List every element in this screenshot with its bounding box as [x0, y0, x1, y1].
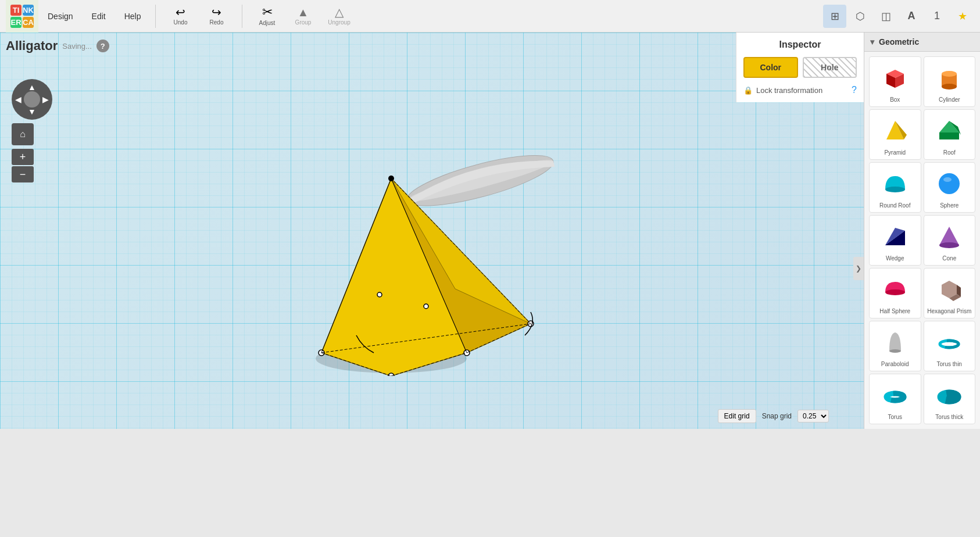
hole-button[interactable]: Hole	[803, 57, 857, 78]
app-logo[interactable]: TI NK ER CA	[6, 0, 38, 33]
svg-point-35	[885, 187, 905, 192]
shape-icon-round-roof	[878, 166, 913, 201]
shape-icon-box	[878, 60, 913, 95]
shape-label-paraboloid: Paraboloid	[881, 361, 909, 367]
adjust-button[interactable]: ✂ Adjust	[252, 2, 283, 31]
svg-point-15	[424, 304, 428, 309]
box-view-icon[interactable]: ◫	[874, 5, 897, 28]
shape-label-round-roof: Round Roof	[879, 202, 910, 209]
shape-label-box: Box	[890, 96, 900, 103]
nav-design[interactable]: Design	[38, 0, 83, 33]
snap-select[interactable]: 0.25 0.5 1	[797, 410, 829, 423]
svg-point-42	[939, 242, 959, 248]
shape-item-torus-thick[interactable]: Torus thick	[924, 374, 976, 424]
redo-button[interactable]: ↪ Redo	[201, 2, 233, 31]
panel-collapse-button[interactable]: ❯	[853, 257, 864, 280]
number-icon[interactable]: 1	[925, 5, 949, 28]
shape-label-wedge: Wedge	[886, 255, 904, 262]
shape-icon-hexagonal-prism	[932, 272, 967, 307]
toolbar-divider-2	[242, 5, 242, 28]
svg-point-37	[943, 177, 952, 182]
lock-label: Lock transformation	[756, 86, 822, 95]
group-label: Group	[295, 19, 312, 26]
shape-item-cone[interactable]: Cone	[924, 215, 976, 266]
adjust-icon: ✂	[262, 6, 273, 19]
shape-label-hexagonal-prism: Hexagonal Prism	[927, 308, 971, 314]
scene-container: ↻	[0, 33, 864, 429]
panel-toggle-icon[interactable]: ▾	[870, 37, 874, 46]
nav-help[interactable]: Help	[115, 0, 151, 33]
toolbar-divider-1	[155, 5, 156, 28]
bottom-bar: Edit grid Snap grid 0.25 0.5 1	[718, 409, 829, 423]
undo-button[interactable]: ↩ Undo	[165, 2, 196, 31]
shape-label-torus: Torus	[888, 414, 902, 420]
shape-item-wedge[interactable]: Wedge	[869, 215, 921, 266]
edit-grid-button[interactable]: Edit grid	[718, 409, 756, 423]
shape-item-box[interactable]: Box	[869, 56, 921, 107]
shape-item-cylinder[interactable]: Cylinder	[924, 56, 976, 107]
svg-point-14	[377, 292, 382, 297]
shape-icon-pyramid	[878, 113, 913, 148]
shape-icon-paraboloid	[878, 325, 913, 360]
lock-icon: 🔒	[743, 86, 753, 95]
shape-icon-roof	[932, 113, 967, 148]
svg-point-47	[889, 349, 901, 353]
shape-label-cone: Cone	[942, 255, 956, 262]
shape-item-round-roof[interactable]: Round Roof	[869, 162, 921, 213]
shape-item-paraboloid[interactable]: Paraboloid	[869, 321, 921, 371]
shape-item-roof[interactable]: Roof	[924, 109, 976, 160]
text-format-icon[interactable]: A	[900, 5, 923, 28]
svg-rect-34	[939, 133, 959, 139]
shape-label-torus-thin: Torus thin	[937, 361, 962, 367]
redo-label: Redo	[210, 19, 224, 26]
svg-point-29	[942, 71, 957, 77]
shape-item-pyramid[interactable]: Pyramid	[869, 109, 921, 160]
shape-icon-half-sphere	[878, 272, 913, 307]
panel-section-label: Geometric	[879, 37, 919, 46]
shape-label-pyramid: Pyramid	[884, 149, 906, 156]
shape-item-sphere[interactable]: Sphere	[924, 162, 976, 213]
shape-label-sphere: Sphere	[940, 202, 958, 209]
shape-icon-sphere	[932, 166, 967, 201]
ungroup-button[interactable]: △ Ungroup	[324, 2, 355, 31]
svg-point-28	[942, 84, 957, 90]
shape-icon-wedge	[878, 219, 913, 254]
shape-icon-torus-thick	[932, 378, 967, 413]
shape-item-torus[interactable]: Torus	[869, 374, 921, 424]
canvas-area[interactable]: Alligator Saving... ? ▲ ▼ ◀ ▶ ⌂ + −	[0, 33, 864, 429]
group-button[interactable]: ▲ Group	[288, 2, 319, 31]
adjust-label: Adjust	[259, 20, 276, 26]
inspector-panel: Inspector Color Hole 🔒 Lock transformati…	[736, 33, 864, 102]
undo-label: Undo	[174, 19, 188, 26]
svg-point-43	[885, 289, 905, 295]
ungroup-icon: △	[335, 6, 344, 18]
svg-point-36	[939, 173, 960, 194]
right-panel: ▾ Geometric BoxCylinderPyramidRoofRound …	[864, 33, 980, 429]
shape-icon-torus-thin	[932, 325, 967, 360]
grid-view-icon[interactable]: ⊞	[823, 5, 846, 28]
redo-icon: ↪	[212, 6, 221, 18]
shape-label-cylinder: Cylinder	[939, 96, 960, 103]
cube-view-icon[interactable]: ⬡	[849, 5, 872, 28]
undo-icon: ↩	[176, 6, 185, 18]
star-icon[interactable]: ★	[951, 5, 974, 28]
shape-item-torus-thin[interactable]: Torus thin	[924, 321, 976, 371]
3d-scene: ↻	[228, 85, 635, 376]
help-inline[interactable]: ?	[852, 85, 857, 95]
shape-grid: BoxCylinderPyramidRoofRound RoofSphereWe…	[864, 52, 980, 429]
shape-item-half-sphere[interactable]: Half Sphere	[869, 268, 921, 318]
shape-label-torus-thick: Torus thick	[935, 414, 963, 420]
shape-icon-cylinder	[932, 60, 967, 95]
ungroup-label: Ungroup	[328, 19, 350, 26]
shape-label-half-sphere: Half Sphere	[879, 308, 910, 314]
color-button[interactable]: Color	[743, 57, 798, 78]
shape-label-roof: Roof	[943, 149, 956, 156]
nav-edit[interactable]: Edit	[83, 0, 115, 33]
snap-label: Snap grid	[762, 412, 792, 420]
group-icon: ▲	[298, 6, 309, 18]
shape-icon-torus	[878, 378, 913, 413]
shape-icon-cone	[932, 219, 967, 254]
shape-item-hexagonal-prism[interactable]: Hexagonal Prism	[924, 268, 976, 318]
inspector-title: Inspector	[743, 40, 857, 50]
